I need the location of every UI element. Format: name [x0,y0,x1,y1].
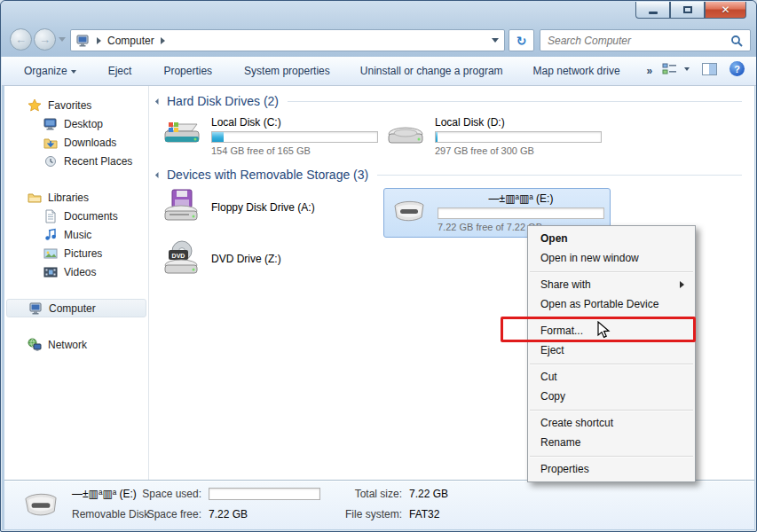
minimize-icon [649,12,658,14]
menu-item-properties[interactable]: Properties [528,459,695,479]
sidebar-item-music[interactable]: Music [4,225,148,244]
videos-icon [43,265,58,279]
svg-text:DVD: DVD [172,253,185,259]
change-view-button[interactable] [662,63,690,75]
sidebar-item-documents[interactable]: Documents [4,207,148,225]
close-button[interactable]: ✕ [705,2,746,19]
menu-item-copy[interactable]: Copy [528,387,695,406]
group-header-removable[interactable]: Devices with Removable Storage (3) [156,168,742,182]
forward-button[interactable]: → [34,28,56,51]
help-button[interactable]: ? [729,61,745,76]
menu-separator [530,456,693,457]
removable-drive-icon [388,192,430,231]
sidebar-item-label: Network [48,339,87,351]
libraries-icon [28,191,42,205]
group-title: Devices with Removable Storage (3) [167,168,368,182]
menu-item-eject[interactable]: Eject [528,340,695,360]
breadcrumb-arrow-icon[interactable] [161,37,165,44]
breadcrumb[interactable]: Computer [107,35,154,47]
sidebar-item-pictures[interactable]: Pictures [4,244,148,262]
eject-button[interactable]: Eject [102,61,138,81]
preview-pane-button[interactable] [702,63,717,75]
drive-free-space: 154 GB free of 165 GB [211,145,378,156]
capacity-bar [435,131,602,143]
search-input[interactable] [548,35,730,47]
sidebar-item-network[interactable]: Network [4,335,148,354]
file-system-label: File system: [335,508,402,520]
drive-name: DVD Drive (Z:) [211,253,281,266]
drive-a-tile[interactable]: Floppy Disk Drive (A:) [162,185,315,230]
refresh-button[interactable]: ↻ [509,29,534,51]
drive-name: —±▥ᵃ▥ᵃ (E:) [438,192,604,206]
sidebar-gap [4,170,148,188]
total-size-label: Total size: [335,488,402,500]
sidebar-item-label: Computer [49,302,96,315]
sidebar-item-favorites[interactable]: Favorites [4,96,148,114]
menu-separator [530,364,693,364]
menu-item-open-new-window[interactable]: Open in new window [528,248,695,268]
group-title: Hard Disk Drives (2) [167,94,279,108]
computer-icon [76,34,91,48]
sidebar-item-label: Libraries [48,192,89,204]
properties-button[interactable]: Properties [157,61,218,81]
maximize-icon [683,6,692,13]
group-header-hard-disks[interactable]: Hard Disk Drives (2) [156,94,742,108]
menu-item-rename[interactable]: Rename [528,433,695,452]
system-properties-button[interactable]: System properties [238,61,336,81]
menu-item-cut[interactable]: Cut [528,367,695,387]
menu-item-create-shortcut[interactable]: Create shortcut [528,413,695,433]
details-pane: —±▥ᵃ▥ᵃ (E:) Removable Disk Space used: S… [4,480,754,529]
views-icon [662,63,677,75]
navigation-pane: Favorites Desktop Downloads Recent Place… [4,86,149,480]
menu-separator [530,271,693,272]
drive-c-tile[interactable]: Local Disk (C:) 154 GB free of 165 GB [162,115,378,156]
drive-z-tile[interactable]: DVD DVD Drive (Z:) [162,237,281,281]
maximize-button[interactable] [670,2,705,19]
menu-item-format[interactable]: Format... [528,321,695,340]
toolbar-overflow-button[interactable]: » [641,61,659,81]
back-button[interactable]: ← [10,28,32,51]
sidebar-item-videos[interactable]: Videos [4,262,148,281]
sidebar-gap [4,317,148,335]
sidebar-item-libraries[interactable]: Libraries [4,188,148,207]
documents-icon [43,209,58,223]
sidebar-item-recent-places[interactable]: Recent Places [4,152,148,170]
title-bar[interactable]: ✕ ← → Computer ↻ [1,1,756,57]
map-network-drive-button[interactable]: Map network drive [527,61,627,81]
removable-drive-icon [20,489,61,522]
menu-item-open[interactable]: Open [528,229,695,248]
sidebar-gap [4,281,148,299]
address-bar[interactable]: Computer [70,29,505,51]
collapse-arrow-icon[interactable] [155,171,162,177]
menu-separator [530,410,693,411]
downloads-icon [43,136,58,150]
address-dropdown-icon[interactable] [492,38,499,43]
drive-free-space: 297 GB free of 300 GB [435,145,602,156]
drive-name: Floppy Disk Drive (A:) [211,201,315,215]
drive-d-tile[interactable]: Local Disk (D:) 297 GB free of 300 GB [385,115,602,156]
sidebar-item-desktop[interactable]: Desktop [4,114,148,133]
group-divider [288,101,742,102]
uninstall-program-button[interactable]: Uninstall or change a program [354,61,509,81]
menu-item-share-with[interactable]: Share with [528,275,695,294]
star-icon [28,98,42,113]
sidebar-item-computer[interactable]: Computer [6,299,146,317]
capacity-bar [211,131,378,143]
sidebar-item-downloads[interactable]: Downloads [4,133,148,152]
recent-pages-chevron-icon[interactable] [59,37,66,42]
group-divider [377,175,742,176]
search-box[interactable] [540,29,751,51]
menu-item-open-portable-device[interactable]: Open as Portable Device [528,294,695,314]
sidebar-item-label: Recent Places [64,155,132,168]
sidebar-item-label: Music [64,229,91,241]
organize-button[interactable]: Organize [18,61,83,81]
space-free-label: Space free: [138,508,201,520]
pictures-icon [43,246,58,261]
collapse-arrow-icon[interactable] [155,98,162,104]
minimize-button[interactable] [635,2,670,19]
submenu-arrow-icon [680,281,684,288]
space-used-bar [209,488,320,500]
view-controls: ? [662,61,745,76]
network-icon [28,338,42,352]
chevron-down-icon [684,67,690,71]
